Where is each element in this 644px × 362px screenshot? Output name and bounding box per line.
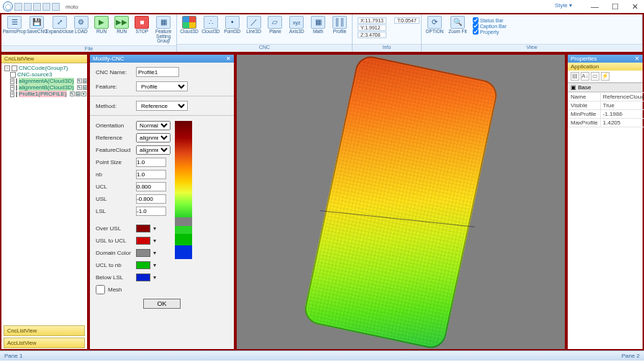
- method-select[interactable]: Reference: [136, 101, 188, 111]
- collapse-icon[interactable]: ▣: [571, 84, 576, 91]
- ucltonb-swatch[interactable]: [136, 261, 150, 269]
- status-bar-check[interactable]: Status Bar: [473, 17, 507, 23]
- feature-setting-group-button[interactable]: ▦Feature Setting Group: [153, 16, 174, 44]
- mesh-check[interactable]: [96, 285, 105, 294]
- tree-root[interactable]: −CNCCode(Group7): [3, 65, 86, 71]
- prop-value[interactable]: -1.1986: [600, 110, 644, 119]
- cloud3d-a-button[interactable]: Cloud3D: [179, 16, 199, 35]
- style-dropdown[interactable]: Style ▾: [552, 2, 575, 12]
- tool-b-icon[interactable]: ▤: [76, 91, 81, 96]
- tree-node-align-a[interactable]: +alignmentA(Cloud3D)✎▤▾: [3, 78, 86, 84]
- qat-more-icon[interactable]: [52, 3, 60, 11]
- ucl-input[interactable]: [136, 182, 166, 191]
- usltoucl-swatch[interactable]: [136, 237, 150, 245]
- tab-cnclistview[interactable]: CncListView: [4, 325, 85, 336]
- axis3d-button[interactable]: xyzAxis3D: [286, 16, 307, 35]
- minimize-button[interactable]: —: [588, 2, 602, 12]
- tree-node-source[interactable]: CNC-source3: [3, 71, 86, 78]
- line3d-button[interactable]: ／Line3D: [244, 16, 264, 35]
- dropdown-icon[interactable]: ▾: [153, 250, 156, 256]
- run-step-button[interactable]: ▶▶RUN: [112, 16, 131, 35]
- stop-button[interactable]: ■STOP: [132, 16, 151, 35]
- checkbox-icon[interactable]: [16, 91, 17, 97]
- properties-header[interactable]: Properties✕: [568, 55, 643, 63]
- property-check[interactable]: Property: [473, 29, 507, 35]
- point3d-button[interactable]: •Point3D: [222, 16, 242, 35]
- maximize-button[interactable]: ☐: [609, 2, 622, 12]
- nb-input[interactable]: [136, 170, 166, 179]
- tree-node-align-b[interactable]: +alignmentB(Cloud3D)✎▤▾: [3, 84, 86, 91]
- profile-button[interactable]: ║║Profile: [330, 16, 350, 35]
- save-cnc-button[interactable]: 💾SaveCNC: [27, 16, 47, 35]
- tool-a-icon[interactable]: ✎: [70, 91, 75, 96]
- dropdown-icon[interactable]: ▾: [153, 274, 156, 281]
- prop-flash-icon[interactable]: ⚡: [601, 72, 609, 81]
- lsl-input[interactable]: [136, 207, 166, 216]
- prop-value[interactable]: ReferenceCloud: [600, 93, 644, 101]
- dialog-header[interactable]: Modify-CNC✕: [90, 55, 234, 63]
- tab-acclistview[interactable]: AccListView: [4, 338, 85, 348]
- qat-new-icon[interactable]: [14, 3, 22, 11]
- table-row[interactable]: MinProfile-1.1986: [568, 110, 645, 119]
- tool-a-icon[interactable]: ✎: [77, 85, 82, 90]
- plane-button[interactable]: ▱Plane: [266, 16, 286, 35]
- tool-a-icon[interactable]: ✎: [77, 78, 82, 83]
- parms-prop-button[interactable]: ☰ParmsProp: [4, 16, 25, 35]
- ok-button[interactable]: OK: [143, 299, 180, 309]
- tool-b-icon[interactable]: ▤: [83, 85, 87, 90]
- expand-icon[interactable]: −: [4, 65, 10, 71]
- row-tools[interactable]: ✎▤▾: [77, 85, 87, 90]
- table-row[interactable]: MaxProfile1.4205: [568, 119, 645, 127]
- prop-value[interactable]: 1.4205: [600, 119, 644, 127]
- cloud3d-b-button[interactable]: ∴Cloud3D: [201, 16, 221, 35]
- qat-open-icon[interactable]: [24, 3, 32, 11]
- checkbox-icon[interactable]: [16, 78, 17, 84]
- orientation-select[interactable]: Normal: [136, 121, 171, 130]
- close-button[interactable]: ✕: [629, 2, 641, 12]
- tree-node-profile[interactable]: +Profile1(PROFILE)✎▤▾: [3, 91, 86, 97]
- zoom-fit-button[interactable]: 🔍Zoom Fit: [447, 16, 468, 35]
- dropdown-icon[interactable]: ▾: [153, 225, 156, 232]
- prop-value[interactable]: True: [600, 101, 644, 110]
- feature-select[interactable]: Profile: [136, 81, 188, 91]
- prop-pages-icon[interactable]: ▭: [591, 72, 599, 81]
- dropdown-icon[interactable]: ▾: [153, 237, 156, 244]
- option-button[interactable]: ⟳OPTION: [424, 16, 445, 35]
- cncname-input[interactable]: [136, 67, 179, 77]
- table-row[interactable]: NameReferenceCloud: [568, 93, 645, 101]
- prop-sort-icon[interactable]: A↓: [581, 72, 589, 81]
- properties-category[interactable]: ▣ Base: [568, 83, 643, 92]
- dropdown-icon[interactable]: ▾: [153, 262, 156, 268]
- 3d-viewport[interactable]: [235, 53, 566, 350]
- expand-icon[interactable]: +: [10, 85, 14, 91]
- belowlsl-swatch[interactable]: [136, 273, 150, 281]
- tool-c-icon[interactable]: ▾: [81, 91, 86, 96]
- tool-b-icon[interactable]: ▤: [83, 78, 87, 83]
- checkbox-icon[interactable]: [10, 72, 16, 78]
- pointsize-input[interactable]: [136, 158, 166, 167]
- featurecloud-select[interactable]: alignmentB: [136, 145, 171, 155]
- properties-close-icon[interactable]: ✕: [635, 55, 640, 62]
- cnc-tree[interactable]: −CNCCode(Group7) CNC-source3 +alignmentA…: [1, 63, 87, 99]
- prop-cat-icon[interactable]: ▤: [571, 72, 579, 81]
- reference-select[interactable]: alignmentA: [136, 133, 171, 142]
- table-row[interactable]: VisibleTrue: [568, 101, 645, 110]
- load-button[interactable]: ⚙LOAD: [72, 16, 91, 35]
- expand-icon[interactable]: +: [10, 91, 14, 97]
- math-button[interactable]: ▦Math: [308, 16, 328, 35]
- row-tools[interactable]: ✎▤▾: [70, 91, 86, 96]
- qat-save-icon[interactable]: [33, 3, 41, 11]
- checkbox-icon[interactable]: [12, 65, 17, 71]
- checkbox-icon[interactable]: [16, 85, 17, 91]
- caption-bar-check[interactable]: Caption Bar: [473, 23, 507, 29]
- expand-close-button[interactable]: ⤢Expand/close: [49, 16, 71, 35]
- domaincolor-swatch[interactable]: [136, 249, 150, 257]
- overusl-swatch[interactable]: [136, 225, 150, 232]
- usl-input[interactable]: [136, 194, 166, 204]
- expand-icon[interactable]: +: [10, 78, 14, 84]
- qat-print-icon[interactable]: [42, 3, 50, 11]
- row-tools[interactable]: ✎▤▾: [77, 78, 87, 83]
- properties-grid[interactable]: NameReferenceCloud VisibleTrue MinProfil…: [568, 92, 644, 127]
- run-button[interactable]: ▶RUN: [92, 16, 111, 35]
- dialog-close-icon[interactable]: ✕: [226, 55, 231, 62]
